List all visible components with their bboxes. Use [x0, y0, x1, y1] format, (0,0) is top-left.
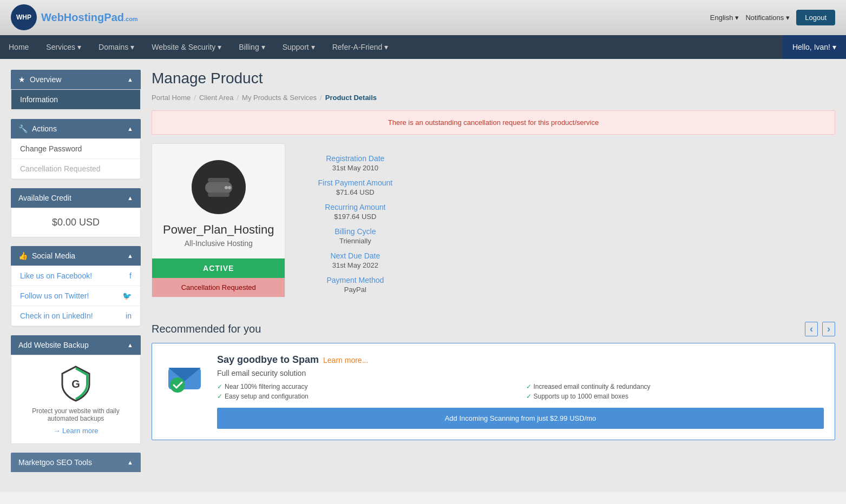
rec-subtitle: Full email security solution	[217, 369, 824, 377]
recommended-section: Recommended for you ‹ ›	[152, 322, 835, 440]
first-payment-value: $71.64 USD	[318, 188, 392, 196]
content-area: Manage Product Portal Home / Client Area…	[152, 70, 835, 481]
payment-method-row: Payment Method PayPal	[318, 276, 392, 294]
thumbs-up-icon: 👍	[18, 251, 28, 260]
svg-rect-4	[208, 178, 229, 182]
logout-button[interactable]: Logout	[796, 10, 835, 25]
svg-point-2	[225, 186, 228, 189]
chevron-down-icon: ▾	[218, 43, 221, 51]
payment-method-label: Payment Method	[318, 276, 392, 284]
sidebar-credit-section: Available Credit ▲ $0.00 USD	[11, 188, 141, 237]
chevron-up-icon: ▲	[127, 342, 133, 348]
cancellation-badge[interactable]: Cancellation Requested	[152, 278, 285, 297]
page-title: Manage Product	[152, 70, 835, 87]
sidebar-item-facebook[interactable]: Like us on Facebook! f	[11, 266, 140, 286]
nav-arrows: ‹ ›	[805, 322, 835, 336]
product-icon	[192, 160, 246, 214]
billing-cycle-label: Billing Cycle	[318, 227, 392, 236]
backup-learn-more-link[interactable]: → Learn more	[20, 427, 132, 435]
sidebar-credit-header: Available Credit ▲	[11, 188, 141, 208]
notifications-dropdown[interactable]: Notifications ▾	[745, 14, 790, 22]
breadcrumb-client-area[interactable]: Client Area	[199, 94, 234, 102]
product-subtitle: All-Inclusive Hosting	[163, 239, 274, 248]
sidebar-actions-header: 🔧 Actions ▲	[11, 119, 141, 138]
chevron-down-icon: ▾	[261, 43, 265, 51]
main-layout: ★ Overview ▲ Information 🔧 Actions ▲	[0, 59, 846, 492]
nav-website-security[interactable]: Website & Security ▾	[143, 35, 230, 59]
chevron-down-icon: ▾	[77, 43, 81, 51]
product-card-inner: Power_Plan_Hosting All-Inclusive Hosting	[152, 144, 285, 258]
rec-cta-button[interactable]: Add Incoming Scanning from just $2.99 US…	[217, 408, 824, 429]
sidebar-item-twitter[interactable]: Follow us on Twitter! 🐦	[11, 286, 140, 306]
recommended-header: Recommended for you ‹ ›	[152, 322, 835, 336]
chevron-down-icon: ▾	[832, 43, 836, 51]
chevron-down-icon: ▲	[127, 459, 133, 466]
sidebar-item-cancellation-requested: Cancellation Requested	[11, 159, 140, 179]
breadcrumb-portal-home[interactable]: Portal Home	[152, 94, 191, 102]
sidebar-item-information[interactable]: Information	[11, 90, 140, 110]
sidebar-actions-body: Change Password Cancellation Requested	[11, 138, 141, 180]
language-dropdown[interactable]: English ▾	[710, 14, 739, 22]
rec-learn-more-link[interactable]: Learn more...	[323, 356, 368, 364]
check-icon: ✓	[526, 383, 532, 390]
registration-date-label: Registration Date	[318, 154, 392, 163]
wrench-icon: 🔧	[18, 124, 28, 133]
nav-billing[interactable]: Billing ▾	[230, 35, 273, 59]
check-icon: ✓	[526, 393, 532, 400]
billing-cycle-value: Triennially	[318, 237, 392, 245]
svg-rect-5	[208, 193, 229, 197]
nav-support[interactable]: Support ▾	[274, 35, 324, 59]
chevron-down-icon: ▾	[384, 43, 388, 51]
first-payment-row: First Payment Amount $71.64 USD	[318, 178, 392, 196]
next-due-row: Next Due Date 31st May 2022	[318, 251, 392, 269]
main-nav: Home Services ▾ Domains ▾ Website & Secu…	[0, 35, 846, 59]
linkedin-icon: in	[126, 311, 132, 320]
nav-services[interactable]: Services ▾	[37, 35, 90, 59]
svg-point-8	[170, 377, 185, 393]
nav-refer[interactable]: Refer-A-Friend ▾	[324, 35, 397, 59]
chevron-down-icon: ▾	[311, 43, 315, 51]
sidebar-overview-body: Information	[11, 89, 141, 110]
spam-icon	[163, 354, 206, 397]
prev-arrow[interactable]: ‹	[805, 322, 818, 336]
top-right-actions: English ▾ Notifications ▾ Logout	[710, 10, 835, 25]
logo-area: WHP WebHostingPad.com	[11, 4, 138, 30]
nav-home[interactable]: Home	[0, 35, 37, 59]
next-arrow[interactable]: ›	[822, 322, 835, 336]
logo-text: WebHostingPad.com	[41, 11, 138, 24]
facebook-icon: f	[129, 271, 132, 280]
breadcrumb-current: Product Details	[325, 94, 377, 102]
rec-feature-3: ✓ Increased email continuity & redundanc…	[526, 383, 824, 390]
check-icon: ✓	[217, 383, 222, 390]
product-area: Power_Plan_Hosting All-Inclusive Hosting…	[152, 143, 835, 311]
sidebar: ★ Overview ▲ Information 🔧 Actions ▲	[11, 70, 141, 481]
product-card: Power_Plan_Hosting All-Inclusive Hosting…	[152, 143, 285, 297]
breadcrumb: Portal Home / Client Area / My Products …	[152, 94, 835, 102]
payment-method-value: PayPal	[318, 286, 392, 294]
chevron-up-icon: ▲	[127, 253, 133, 259]
sidebar-seo-section: Marketgoo SEO Tools ▲	[11, 453, 141, 472]
registration-date-row: Registration Date 31st May 2010	[318, 154, 392, 172]
sidebar-overview-header: ★ Overview ▲	[11, 70, 141, 89]
recommendation-card: Say goodbye to Spam Learn more... Full e…	[152, 343, 835, 440]
rec-feature-2: ✓ Easy setup and configuration	[217, 393, 515, 400]
product-info-panel: Registration Date 31st May 2010 First Pa…	[301, 143, 409, 311]
registration-date-value: 31st May 2010	[318, 164, 392, 172]
sidebar-item-linkedin[interactable]: Check in on LinkedIn! in	[11, 306, 140, 326]
user-menu[interactable]: Hello, Ivan! ▾	[783, 35, 846, 59]
sidebar-seo-header: Marketgoo SEO Tools ▲	[11, 453, 141, 472]
sidebar-backup-body: G Protect your website with daily automa…	[11, 355, 141, 444]
sidebar-backup-header: Add Website Backup ▲	[11, 335, 141, 355]
chevron-down-icon: ▾	[130, 43, 134, 51]
sidebar-item-change-password[interactable]: Change Password	[11, 139, 140, 159]
sidebar-backup-section: Add Website Backup ▲ G Protect your webs…	[11, 335, 141, 444]
breadcrumb-my-products[interactable]: My Products & Services	[242, 94, 317, 102]
nav-domains[interactable]: Domains ▾	[90, 35, 143, 59]
recommended-title: Recommended for you	[152, 323, 261, 335]
rec-feature-1: ✓ Near 100% filtering accuracy	[217, 383, 515, 390]
twitter-icon: 🐦	[122, 291, 132, 300]
next-due-label: Next Due Date	[318, 251, 392, 260]
shield-icon: G	[57, 364, 95, 402]
product-status-badge: ACTIVE	[152, 258, 285, 278]
backup-description: Protect your website with daily automate…	[20, 407, 132, 422]
